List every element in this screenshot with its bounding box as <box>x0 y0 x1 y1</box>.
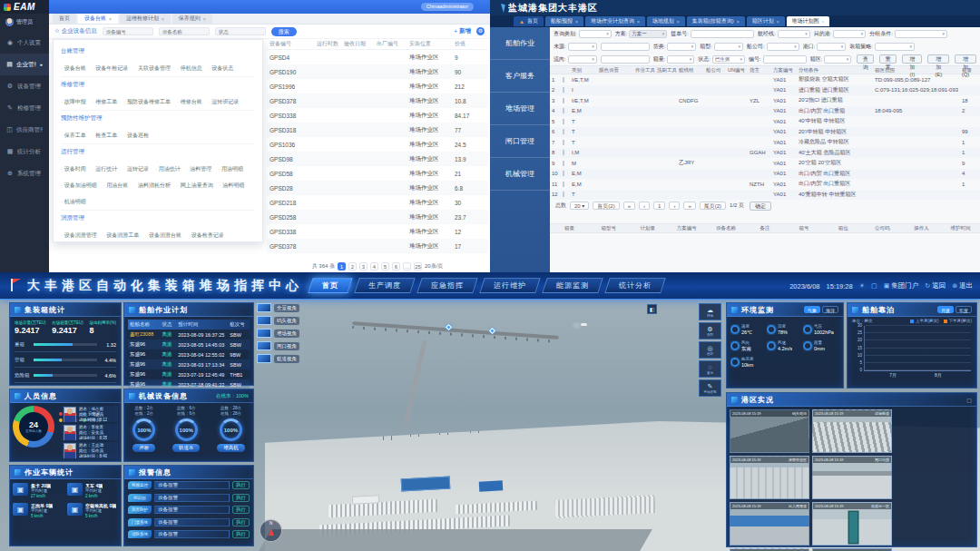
ship-row[interactable]: 东盛96离港2023-08-04 12:55:029BW <box>128 349 250 359</box>
row-checkbox[interactable] <box>563 119 564 124</box>
compass[interactable]: N <box>260 519 282 542</box>
action-button[interactable]: 查询 <box>857 54 874 64</box>
plan-row[interactable]: 11E,MNZTHYA01出口/内贸 出口重箱区1 <box>550 179 980 190</box>
menu-item[interactable]: 设备润滑管理 <box>61 231 97 240</box>
camera-feed-0[interactable]: 2023-08-08 15:19码头前沿 <box>730 409 809 453</box>
ship-row[interactable]: 东盛96离港2023-07-19 12:45:49THB1 <box>128 369 250 379</box>
menu-item[interactable]: 用油明细 <box>218 165 243 173</box>
port-sidebar-item-4[interactable]: 机械管理 <box>490 158 550 191</box>
plan-row[interactable]: 2IYA01进口重箱 进口重箱区C:079-131;16:025-029;18:… <box>550 85 980 96</box>
menu-item[interactable]: 网上油量查询 <box>177 182 213 190</box>
page-size[interactable]: 20条/页 <box>425 262 443 271</box>
gauge-button[interactable]: 堆高机 <box>217 444 245 452</box>
camera-feed-1[interactable]: 2023-08-08 15:19进港航道 <box>812 409 892 453</box>
alarm-action-button[interactable]: 执行 <box>232 518 250 526</box>
patrol-icon[interactable]: ✎手动巡视 <box>699 379 721 397</box>
row-checkbox[interactable] <box>563 140 564 145</box>
menu-item[interactable]: 维修台账 <box>177 98 202 106</box>
table-row[interactable]: GPSD318堆场作业区77 <box>267 123 488 137</box>
plan-row[interactable]: 10E,MYA01出口/内贸 出口重箱区4 <box>550 169 980 180</box>
menu-item[interactable]: 油料明细 <box>220 182 245 190</box>
alarm-action-button[interactable]: 执行 <box>232 530 250 538</box>
row-checkbox[interactable] <box>563 108 564 113</box>
table-row[interactable]: GPSD28堆场作业区6.8 <box>267 181 488 195</box>
close-icon[interactable]: × <box>109 16 112 22</box>
device-name-input[interactable] <box>159 27 210 35</box>
sidebar-item-1[interactable]: ▤企业管理▸ <box>0 54 49 75</box>
close-icon[interactable]: × <box>203 16 206 22</box>
berth-tab-0[interactable]: 月度 <box>937 306 954 313</box>
table-row[interactable]: GPS1036堆场作业区24.5 <box>267 137 488 152</box>
eam-avatar-row[interactable]: 管理员 <box>0 14 49 32</box>
eam-tab-0[interactable]: 首页 <box>53 14 76 24</box>
expand-icon[interactable]: ▢ <box>966 397 972 403</box>
page-button[interactable]: 1 <box>338 262 346 271</box>
alarm-row[interactable]: 视频监控设备报警执行 <box>124 479 253 492</box>
eam-user-chip[interactable]: Chinaadministrator <box>421 3 474 11</box>
table-row[interactable]: GPSD4堆场作业区9 <box>267 50 488 64</box>
row-checkbox[interactable] <box>563 171 564 176</box>
menu-item[interactable]: 停机信息 <box>177 64 202 73</box>
camera-feed-3[interactable]: 2023-08-08 15:19闸口站房 <box>812 456 892 499</box>
plan-row[interactable]: 6TYA0120'/中转箱 中转箱区99 <box>550 127 980 138</box>
menu-item[interactable]: 用油台账 <box>103 182 129 190</box>
sidebar-item-3[interactable]: ✎检修管理 <box>0 97 49 119</box>
status-input[interactable] <box>215 27 266 35</box>
menu-item[interactable]: 油料管理 <box>187 165 212 173</box>
page-button[interactable]: … <box>403 262 411 271</box>
menu-item[interactable]: 运转记录 <box>123 165 149 173</box>
query-icon[interactable]: ◌查询 <box>699 360 721 378</box>
topbar-link[interactable]: ⊗退出 <box>952 281 973 290</box>
row-checkbox[interactable] <box>563 87 564 93</box>
person-card[interactable]: 姓名：王志远岗位：操作员进场时间：8:40 <box>62 442 118 458</box>
action-button[interactable]: 增加(E) <box>927 54 949 64</box>
port-tab-4[interactable]: 集装箱(按箱查询)× <box>687 16 745 26</box>
port-tab-6[interactable]: 堆场计划图× <box>787 16 830 26</box>
gear-icon[interactable]: ⚙ <box>476 27 485 35</box>
weather-icon[interactable]: ☁环境 <box>699 303 721 320</box>
filter-select[interactable]: ▾ <box>667 43 696 51</box>
menu-item[interactable]: 设备年检记录 <box>93 64 129 73</box>
menu-item[interactable]: 用油统计 <box>155 165 181 173</box>
table-row[interactable]: GPSD338堆场作业区84.17 <box>267 108 488 123</box>
table-row[interactable]: GPSD378堆场作业区17 <box>267 239 488 253</box>
page-button[interactable]: 5 <box>381 262 389 271</box>
view-button-2[interactable]: 堆场视角 <box>257 329 299 338</box>
ship-row[interactable]: 东盛96离港2023-08-03 17:13:34SBW <box>128 359 250 369</box>
port-tab-3[interactable]: 场地规划× <box>647 16 685 26</box>
confirm-button[interactable]: 确定 <box>750 202 771 211</box>
alarm-row[interactable]: 周界防护设备报警执行 <box>124 504 253 517</box>
menu-item[interactable]: 故障申报 <box>61 98 86 106</box>
row-checkbox[interactable] <box>563 161 564 166</box>
filter-select[interactable]: ▾ <box>568 55 597 64</box>
filter-select[interactable]: 方案一▾ <box>629 30 667 38</box>
table-row[interactable]: GPSD258堆场作业区23.7 <box>267 210 488 224</box>
alarm-action-button[interactable]: 执行 <box>232 506 250 514</box>
menu-item[interactable]: 预防设备维修工单 <box>123 98 171 106</box>
filter-select[interactable]: ▾ <box>833 30 866 38</box>
topbar-link[interactable]: ↻返回 <box>925 281 946 290</box>
sidebar-item-0[interactable]: ◉个人设置 <box>0 32 49 54</box>
menu-item[interactable]: 设备状态 <box>209 64 234 73</box>
pager-button[interactable]: « <box>623 202 635 210</box>
collapse-right-panels-button[interactable]: ◧ <box>647 304 657 314</box>
plan-row[interactable]: 9M乙JRYYA0120'空箱 20'空箱区9 <box>550 158 980 169</box>
sidebar-item-4[interactable]: ◫供应商管理 <box>0 119 49 141</box>
port-tab-1[interactable]: 船舶预报× <box>545 16 583 26</box>
close-icon[interactable]: × <box>822 19 825 25</box>
camera-feed-4[interactable]: 2023-08-08 15:19出入闸通道 <box>730 502 809 546</box>
close-icon[interactable]: × <box>637 19 640 25</box>
plan-row[interactable]: 4E,MYA01出口/内贸 出口重箱18:049-0952 <box>550 106 980 117</box>
filter-select[interactable]: ▾ <box>667 55 694 64</box>
row-checkbox[interactable] <box>563 150 564 155</box>
row-checkbox[interactable] <box>563 182 564 187</box>
menu-item[interactable]: 设备加油明细 <box>61 182 97 190</box>
alarm-row[interactable]: 门禁系统设备报警执行 <box>124 517 253 529</box>
menu-item[interactable]: 保养工单 <box>61 132 86 140</box>
table-row[interactable]: GPSD338堆场作业区12 <box>267 224 488 239</box>
filter-input[interactable] <box>601 55 650 64</box>
table-row[interactable]: GPSD378堆场作业区10.8 <box>267 93 488 108</box>
env-tab-0[interactable]: 气象 <box>804 306 820 313</box>
table-row[interactable]: GPSD98堆场作业区13.9 <box>267 152 488 166</box>
page-button[interactable]: 3 <box>359 262 368 271</box>
